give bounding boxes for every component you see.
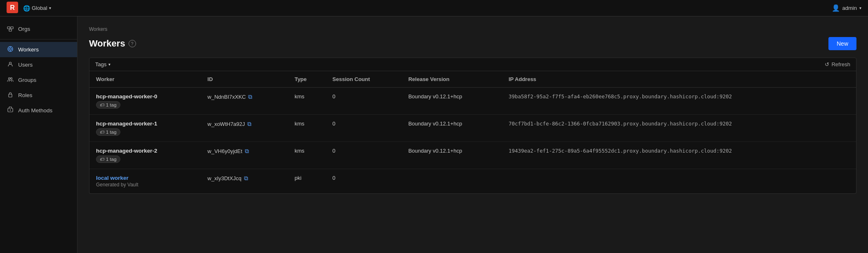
worker-sub-text: Generated by Vault	[96, 182, 194, 188]
sidebar-item-orgs[interactable]: Orgs	[0, 21, 77, 37]
worker-id: w_xoWtH7a92J	[207, 121, 245, 127]
worker-cell: hcp-managed-worker-1🏷1 tag	[89, 115, 201, 142]
type-cell: pki	[288, 169, 326, 194]
global-selector[interactable]: 🌐 Global ▾	[23, 5, 51, 12]
sidebar-item-workers[interactable]: Workers	[0, 42, 77, 57]
tags-filter-button[interactable]: Tags ▾	[95, 61, 110, 67]
release-version-cell	[402, 169, 502, 194]
sidebar-item-groups[interactable]: Groups	[0, 72, 77, 88]
release-version-cell: Boundary v0.12.1+hcp	[402, 142, 502, 169]
worker-cell: hcp-managed-worker-0🏷1 tag	[89, 88, 201, 115]
global-label: Global	[32, 5, 47, 11]
svg-rect-2	[7, 27, 10, 29]
tag-label: 1 tag	[106, 102, 117, 107]
worker-name: hcp-managed-worker-0	[96, 93, 194, 100]
svg-point-16	[10, 109, 11, 110]
tag-badge[interactable]: 🏷1 tag	[96, 156, 120, 163]
main-content: Workers Workers ? New Tags ▾ ↺ Refresh W…	[77, 16, 868, 253]
chevron-down-icon-admin: ▾	[859, 6, 861, 10]
filter-bar: Tags ▾ ↺ Refresh	[89, 58, 856, 71]
sidebar-label-orgs: Orgs	[18, 26, 30, 32]
copy-icon[interactable]: ⧉	[247, 121, 251, 128]
breadcrumb: Workers	[89, 26, 856, 32]
col-id: ID	[201, 71, 288, 88]
svg-text:R: R	[10, 4, 15, 11]
ip-address: 39ba58f2-95a2-f7f5-afa4-eb260ee768c5.pro…	[509, 93, 732, 100]
id-cell: w_xIy3DtXJcq⧉	[201, 169, 288, 194]
id-cell: w_xoWtH7a92J⧉	[201, 115, 288, 142]
sidebar-item-users[interactable]: Users	[0, 57, 77, 72]
svg-point-11	[9, 62, 12, 64]
session-count-cell: 0	[326, 88, 402, 115]
topbar-right: 👤 admin ▾	[832, 4, 861, 12]
sidebar-divider	[0, 39, 77, 39]
sidebar-item-roles[interactable]: Roles	[0, 88, 77, 103]
sidebar-label-workers: Workers	[18, 46, 39, 53]
orgs-icon	[7, 25, 14, 33]
sidebar-label-users: Users	[18, 62, 33, 68]
session-count-cell: 0	[326, 169, 402, 194]
sidebar-label-groups: Groups	[18, 77, 36, 83]
sidebar-label-roles: Roles	[18, 92, 33, 98]
page-title: Workers	[89, 38, 125, 49]
svg-point-12	[9, 78, 10, 79]
sidebar-item-auth-methods[interactable]: Auth Methods	[0, 103, 77, 118]
id-cell: w_VH6y0yjdEt⧉	[201, 142, 288, 169]
copy-icon[interactable]: ⧉	[248, 93, 252, 100]
page-header: Workers ? New	[89, 37, 856, 50]
svg-rect-4	[9, 29, 12, 31]
session-count-cell: 0	[326, 115, 402, 142]
tag-icon: 🏷	[100, 130, 104, 135]
worker-cell: local workerGenerated by Vault	[89, 169, 201, 194]
tag-badge[interactable]: 🏷1 tag	[96, 128, 120, 136]
worker-id: w_VH6y0yjdEt	[207, 148, 242, 154]
table-row: local workerGenerated by Vaultw_xIy3DtXJ…	[89, 169, 856, 194]
worker-name: hcp-managed-worker-2	[96, 148, 194, 154]
sidebar: Orgs Workers Users Groups Roles Auth Met…	[0, 16, 77, 253]
ip-address: 19439ea2-fef1-275c-89a5-6a4f95552dc1.pro…	[509, 148, 732, 154]
admin-label: admin	[842, 5, 857, 11]
help-icon[interactable]: ?	[129, 40, 136, 47]
tag-label: 1 tag	[106, 157, 117, 162]
chevron-down-icon-tags: ▾	[108, 62, 110, 67]
globe-icon: 🌐	[23, 5, 30, 12]
col-session-count: Session Count	[326, 71, 402, 88]
type-cell: kms	[288, 115, 326, 142]
tags-label: Tags	[95, 61, 106, 67]
type-cell: kms	[288, 142, 326, 169]
type-cell: kms	[288, 88, 326, 115]
workers-table: Worker ID Type Session Count Release Ver…	[89, 71, 856, 193]
table-row: hcp-managed-worker-2🏷1 tagw_VH6y0yjdEt⧉k…	[89, 142, 856, 169]
session-count-cell: 0	[326, 142, 402, 169]
release-version-cell: Boundary v0.12.1+hcp	[402, 88, 502, 115]
logo: R	[7, 2, 18, 14]
release-version-cell: Boundary v0.12.1+hcp	[402, 115, 502, 142]
col-release-version: Release Version	[402, 71, 502, 88]
question-mark: ?	[131, 41, 134, 46]
topbar-left: R 🌐 Global ▾	[7, 2, 51, 14]
col-type: Type	[288, 71, 326, 88]
ip-address-cell: 70cf7bd1-bcfe-86c2-1366-0fcba7162903.pro…	[502, 115, 856, 142]
admin-menu[interactable]: 👤 admin ▾	[832, 4, 861, 12]
ip-address-cell: 39ba58f2-95a2-f7f5-afa4-eb260ee768c5.pro…	[502, 88, 856, 115]
worker-cell: hcp-managed-worker-2🏷1 tag	[89, 142, 201, 169]
worker-name: hcp-managed-worker-1	[96, 121, 194, 127]
col-ip-address: IP Address	[502, 71, 856, 88]
tag-badge[interactable]: 🏷1 tag	[96, 101, 120, 109]
refresh-button[interactable]: ↺ Refresh	[825, 61, 850, 67]
table-row: hcp-managed-worker-1🏷1 tagw_xoWtH7a92J⧉k…	[89, 115, 856, 142]
users-icon	[7, 61, 14, 69]
copy-icon[interactable]: ⧉	[245, 148, 249, 155]
svg-rect-3	[11, 27, 13, 29]
svg-point-6	[9, 48, 12, 50]
sidebar-label-auth-methods: Auth Methods	[18, 107, 52, 114]
table-row: hcp-managed-worker-0🏷1 tagw_NdnBI7xXKC⧉k…	[89, 88, 856, 115]
user-icon: 👤	[832, 4, 840, 12]
copy-icon[interactable]: ⧉	[244, 175, 248, 182]
worker-id: w_NdnBI7xXKC	[207, 94, 246, 100]
refresh-icon: ↺	[825, 61, 829, 67]
worker-name-link[interactable]: local worker	[96, 175, 129, 181]
tag-icon: 🏷	[100, 157, 104, 162]
tag-label: 1 tag	[106, 130, 117, 135]
new-button[interactable]: New	[828, 37, 856, 50]
